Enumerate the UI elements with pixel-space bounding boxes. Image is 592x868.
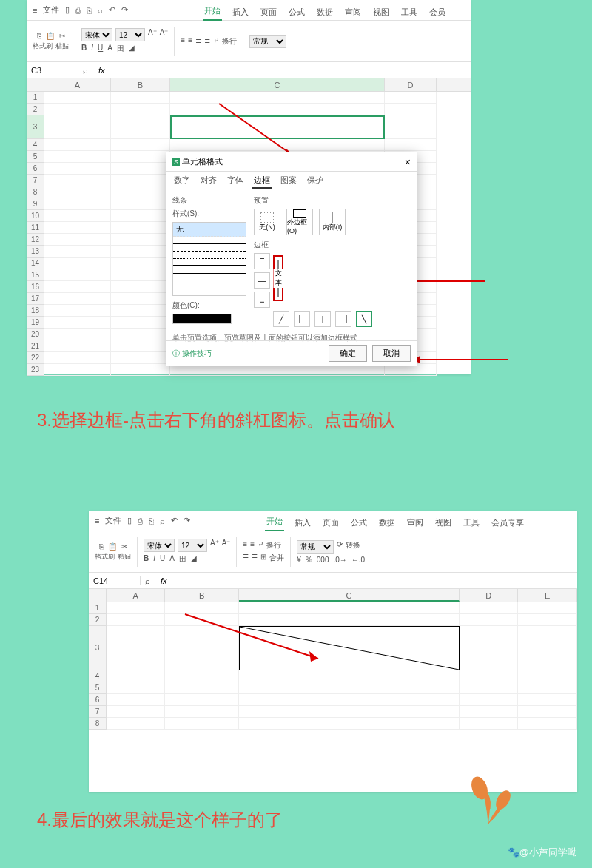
cell[interactable] (111, 222, 170, 234)
font-select[interactable]: 宋体 (81, 28, 112, 41)
cell[interactable] (44, 163, 111, 175)
cell[interactable] (518, 694, 577, 706)
preset-inside-button[interactable]: 内部(I) (319, 209, 346, 235)
row-header[interactable]: 15 (27, 269, 44, 281)
bold-button[interactable]: B (144, 554, 149, 565)
row-header[interactable]: 8 (89, 718, 107, 730)
fill-icon[interactable]: ◢ (129, 44, 135, 54)
cell[interactable] (107, 706, 166, 718)
cell[interactable] (111, 305, 170, 317)
border-icon[interactable]: 田 (179, 554, 186, 565)
border-mid-button[interactable]: — (254, 272, 270, 289)
cell[interactable] (44, 104, 111, 115)
help-link[interactable]: ⓘ 操作技巧 (172, 349, 212, 359)
cell[interactable] (239, 602, 460, 614)
cell[interactable] (239, 626, 460, 670)
menu-icon[interactable]: ≡ (33, 6, 37, 15)
cell[interactable] (111, 317, 170, 329)
merge-icon[interactable]: ⊞ (260, 553, 266, 563)
undo-icon[interactable]: ↶ (109, 5, 115, 15)
increase-font-icon[interactable]: A⁺ (148, 28, 157, 41)
row-header[interactable]: 1 (27, 92, 44, 104)
search-icon[interactable]: ⌕ (78, 66, 92, 75)
cell[interactable] (239, 614, 460, 626)
align-left-icon[interactable]: ≣ (195, 36, 201, 47)
print-icon[interactable]: ⎘ (87, 6, 92, 15)
undo-icon[interactable]: ↶ (171, 516, 178, 525)
row-header[interactable]: 8 (27, 186, 44, 198)
cell[interactable] (107, 682, 166, 694)
cell[interactable] (44, 281, 111, 293)
cell[interactable] (44, 234, 111, 246)
cell[interactable] (165, 602, 238, 614)
cell[interactable] (111, 175, 170, 186)
cell[interactable] (460, 670, 519, 682)
row-header[interactable]: 9 (27, 198, 44, 210)
cell[interactable] (385, 92, 437, 104)
cell[interactable] (165, 670, 238, 682)
toolbar-icon[interactable]: ▯ (127, 516, 132, 525)
dlg-tab-number[interactable]: 数字 (172, 172, 192, 189)
row-header[interactable]: 18 (27, 305, 44, 317)
format-select[interactable]: 常规 (249, 35, 286, 48)
col-header[interactable]: C (170, 78, 385, 91)
ok-button[interactable]: 确定 (329, 345, 367, 362)
tab-tools[interactable]: 工具 (400, 4, 419, 21)
color-picker[interactable] (172, 314, 232, 324)
format-painter-icon[interactable]: ⎘ (99, 542, 104, 551)
font-color-icon[interactable]: A (107, 44, 112, 54)
cell[interactable] (385, 104, 437, 115)
cell[interactable] (44, 305, 111, 317)
cell[interactable] (239, 706, 460, 718)
cell[interactable] (165, 626, 238, 670)
cell[interactable] (44, 329, 111, 340)
cell[interactable] (165, 706, 238, 718)
cell[interactable] (44, 186, 111, 198)
fill-icon[interactable]: ◢ (191, 554, 197, 565)
cell[interactable] (107, 602, 166, 614)
search-icon[interactable]: ⌕ (141, 576, 155, 585)
paste-icon[interactable]: 📋 (108, 542, 117, 551)
cell[interactable] (518, 670, 577, 682)
border-left-button[interactable]: ⎸ (294, 311, 310, 327)
underline-button[interactable]: U (98, 44, 103, 54)
tab-review[interactable]: 审阅 (343, 4, 363, 21)
cell[interactable] (107, 718, 166, 730)
cell[interactable] (44, 340, 111, 352)
cell[interactable] (111, 329, 170, 340)
close-icon[interactable]: × (405, 156, 411, 168)
align-center-icon[interactable]: ≣ (252, 553, 258, 563)
style-none-option[interactable]: 无 (173, 223, 246, 237)
cell[interactable] (111, 246, 170, 258)
file-menu[interactable]: 文件 (105, 515, 121, 526)
tab-page[interactable]: 页面 (259, 4, 278, 21)
paste-icon[interactable]: 📋 (46, 32, 55, 40)
cell[interactable] (111, 269, 170, 281)
percent-icon[interactable]: % (306, 556, 312, 564)
border-icon[interactable]: 田 (117, 44, 124, 54)
cell[interactable] (239, 670, 460, 682)
tab-tools[interactable]: 工具 (462, 514, 481, 531)
style-option[interactable] (173, 252, 246, 259)
row-header[interactable]: 20 (27, 329, 44, 340)
cell[interactable] (111, 115, 170, 139)
col-header[interactable]: B (111, 78, 170, 91)
toolbar-icon[interactable]: ▯ (65, 5, 70, 15)
cell[interactable] (239, 682, 460, 694)
align-mid-icon[interactable]: ≡ (250, 540, 255, 551)
tab-member[interactable]: 会员专享 (490, 514, 525, 531)
menu-icon[interactable]: ≡ (95, 517, 99, 525)
tab-member[interactable]: 会员 (428, 4, 447, 21)
cell[interactable] (44, 258, 111, 269)
row-header[interactable]: 4 (89, 670, 107, 682)
font-select[interactable]: 宋体 (144, 539, 175, 552)
cell[interactable] (111, 198, 170, 210)
border-top-button[interactable]: ⎺ (254, 253, 270, 269)
preview-icon[interactable]: ⌕ (98, 6, 103, 15)
cell[interactable] (111, 151, 170, 163)
align-top-icon[interactable]: ≡ (181, 36, 185, 47)
cell[interactable] (111, 234, 170, 246)
border-diag-down-button[interactable]: ╲ (356, 311, 372, 327)
dlg-tab-align[interactable]: 对齐 (199, 172, 218, 189)
cell[interactable] (44, 92, 111, 104)
